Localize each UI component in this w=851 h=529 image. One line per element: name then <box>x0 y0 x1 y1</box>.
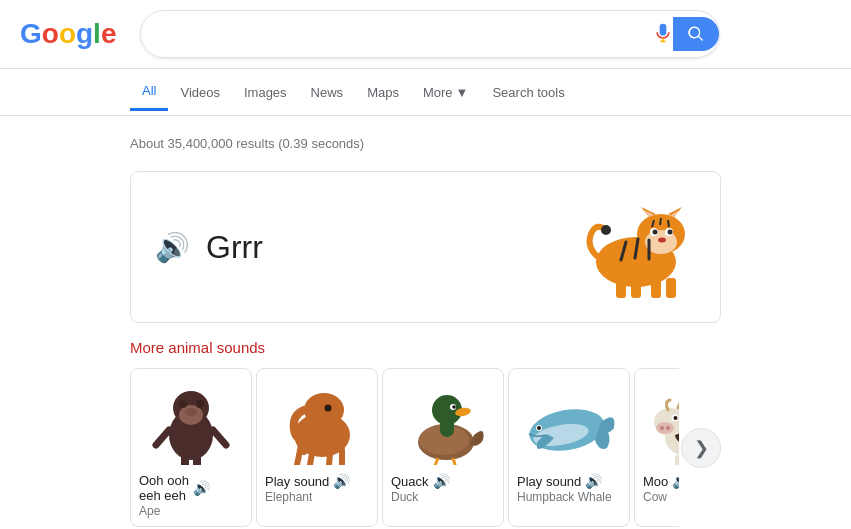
svg-point-37 <box>325 404 332 411</box>
svg-rect-31 <box>181 455 189 465</box>
svg-line-50 <box>453 458 456 465</box>
animal-card-whale[interactable]: Play sound 🔊 Humpback Whale <box>508 368 630 527</box>
svg-rect-19 <box>631 282 641 298</box>
duck-card-footer: Quack 🔊 Duck <box>391 467 495 504</box>
cow-card-footer: Moo 🔊 Cow <box>643 467 679 504</box>
svg-point-11 <box>658 238 666 243</box>
svg-line-39 <box>310 453 312 465</box>
svg-point-47 <box>452 405 456 409</box>
tab-more[interactable]: More ▼ <box>411 75 481 110</box>
animal-card-ape[interactable]: Ooh ooheeh eeh 🔊 Ape <box>130 368 252 527</box>
search-input[interactable]: tiger sound <box>155 25 643 43</box>
chevron-right-icon: ❯ <box>694 437 709 459</box>
svg-rect-20 <box>651 280 661 298</box>
whale-sound-name: Play sound <box>517 474 581 489</box>
duck-image-area <box>391 377 495 467</box>
tiger-sound-name: Grrr <box>206 229 263 266</box>
svg-line-16 <box>660 218 661 225</box>
search-button[interactable] <box>673 17 719 51</box>
animal-card-duck[interactable]: Quack 🔊 Duck <box>382 368 504 527</box>
svg-point-63 <box>666 426 670 430</box>
svg-point-26 <box>179 400 187 408</box>
logo-letter-g2: g <box>76 18 93 50</box>
elephant-species: Elephant <box>265 490 369 504</box>
svg-line-30 <box>213 430 226 445</box>
tab-search-tools[interactable]: Search tools <box>480 75 576 110</box>
elephant-speaker-icon[interactable]: 🔊 <box>333 473 350 489</box>
whale-species: Humpback Whale <box>517 490 621 504</box>
elephant-image-area <box>265 377 369 467</box>
tiger-sound-card[interactable]: 🔊 Grrr <box>130 171 721 323</box>
ape-sound-name: Ooh ooheeh eeh <box>139 473 189 503</box>
tab-maps[interactable]: Maps <box>355 75 411 110</box>
tab-videos[interactable]: Videos <box>168 75 232 110</box>
tiger-svg <box>556 192 696 302</box>
duck-sound-name: Quack <box>391 474 429 489</box>
logo-letter-o2: o <box>59 18 76 50</box>
svg-line-49 <box>434 458 438 465</box>
ape-speaker-icon[interactable]: 🔊 <box>193 480 210 496</box>
tab-images[interactable]: Images <box>232 75 299 110</box>
cow-sound-row: Moo 🔊 <box>643 473 679 489</box>
tab-news[interactable]: News <box>299 75 356 110</box>
svg-rect-21 <box>666 278 676 298</box>
ape-sound-row: Ooh ooheeh eeh 🔊 <box>139 473 243 503</box>
cow-svg <box>650 380 679 465</box>
cow-speaker-icon[interactable]: 🔊 <box>672 473 679 489</box>
duck-species: Duck <box>391 490 495 504</box>
svg-point-10 <box>668 230 673 235</box>
header: Google tiger sound <box>0 0 851 69</box>
animal-card-elephant[interactable]: Play sound 🔊 Elephant <box>256 368 378 527</box>
animal-card-cow[interactable]: Moo 🔊 Cow <box>634 368 679 527</box>
more-sounds-section: More animal sounds <box>130 339 721 527</box>
cow-image-area <box>643 377 679 467</box>
search-bar: tiger sound <box>140 10 720 58</box>
animal-carousel: Ooh ooheeh eeh 🔊 Ape <box>130 368 721 527</box>
ape-species: Ape <box>139 504 243 518</box>
svg-point-65 <box>674 416 678 420</box>
tiger-speaker-icon[interactable]: 🔊 <box>155 231 190 264</box>
elephant-sound-row: Play sound 🔊 <box>265 473 369 489</box>
elephant-svg <box>272 380 362 465</box>
svg-point-61 <box>656 422 674 434</box>
whale-image-area <box>517 377 621 467</box>
duck-speaker-icon[interactable]: 🔊 <box>433 473 450 489</box>
carousel-next-button[interactable]: ❯ <box>681 428 721 468</box>
svg-rect-18 <box>616 280 626 298</box>
google-logo[interactable]: Google <box>20 18 116 50</box>
cow-sound-name: Moo <box>643 474 668 489</box>
animal-cards-list: Ooh ooheeh eeh 🔊 Ape <box>130 368 679 527</box>
nav-tabs: All Videos Images News Maps More ▼ Searc… <box>0 69 851 116</box>
result-count: About 35,400,000 results (0.39 seconds) <box>130 136 721 151</box>
tiger-illustration <box>556 192 696 302</box>
cow-species: Cow <box>643 490 679 504</box>
svg-point-27 <box>196 400 204 408</box>
whale-speaker-icon[interactable]: 🔊 <box>585 473 602 489</box>
svg-rect-32 <box>193 455 201 465</box>
whale-sound-row: Play sound 🔊 <box>517 473 621 489</box>
svg-line-29 <box>156 430 169 445</box>
ape-card-footer: Ooh ooheeh eeh 🔊 Ape <box>139 467 243 518</box>
svg-line-38 <box>297 450 300 465</box>
svg-point-28 <box>185 408 197 416</box>
svg-rect-67 <box>675 455 679 465</box>
svg-point-56 <box>537 426 541 430</box>
logo-letter-l: l <box>93 18 101 50</box>
logo-letter-o1: o <box>42 18 59 50</box>
more-sounds-title: More animal sounds <box>130 339 721 356</box>
results-area: About 35,400,000 results (0.39 seconds) … <box>0 116 851 529</box>
whale-card-footer: Play sound 🔊 Humpback Whale <box>517 467 621 504</box>
mic-icon[interactable] <box>653 23 673 46</box>
logo-letter-e: e <box>101 18 117 50</box>
svg-point-62 <box>660 426 664 430</box>
elephant-card-footer: Play sound 🔊 Elephant <box>265 467 369 504</box>
sound-main: 🔊 Grrr <box>155 229 263 266</box>
ape-image-area <box>139 377 243 467</box>
elephant-sound-name: Play sound <box>265 474 329 489</box>
logo-letter-g: G <box>20 18 42 50</box>
whale-svg <box>519 380 619 465</box>
tab-all[interactable]: All <box>130 73 168 111</box>
more-chevron-icon: ▼ <box>456 85 469 100</box>
svg-point-22 <box>601 225 611 235</box>
svg-line-17 <box>668 220 669 227</box>
